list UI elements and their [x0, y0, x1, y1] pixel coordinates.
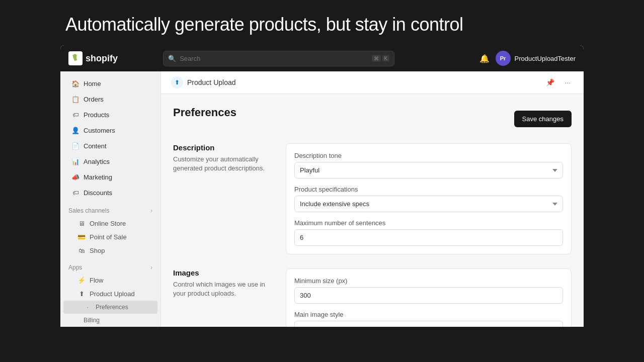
image-style-label: Main image style: [294, 311, 563, 318]
app-header: ⬆ Product Upload 📌 ···: [161, 71, 584, 94]
topbar-right: 🔔 Pr ProductUploadTester: [479, 51, 576, 66]
avatar: Pr: [496, 51, 511, 66]
specs-label: Product specifications: [294, 186, 563, 193]
sidebar-item-point-of-sale-label: Point of Sale: [90, 233, 127, 241]
description-section-left: Description Customize your automatically…: [173, 143, 274, 254]
description-label: Description: [173, 143, 274, 152]
customers-icon: 👤: [71, 126, 79, 134]
images-section-left: Images Control which images we use in yo…: [173, 268, 274, 327]
user-menu-button[interactable]: Pr ProductUploadTester: [496, 51, 576, 66]
sidebar-item-flow-label: Flow: [90, 277, 103, 284]
page-header-row: Preferences Save changes: [173, 106, 572, 131]
description-section-right: Description tone Playful Professional Fr…: [286, 143, 572, 254]
sidebar-item-shop-label: Shop: [90, 247, 105, 254]
images-section-right: Minimum size (px) Main image style Listi…: [286, 268, 572, 327]
sidebar-item-analytics-label: Analytics: [84, 158, 110, 165]
min-size-label: Minimum size (px): [294, 277, 563, 285]
min-size-input[interactable]: [294, 287, 563, 304]
marketing-icon: 📣: [71, 173, 79, 181]
sidebar-item-content[interactable]: 📄 Content: [63, 138, 157, 153]
sidebar-wrapper: 🏠 Home 📋 Orders 🏷 Products 👤 Customers: [60, 75, 160, 323]
page-content: Preferences Save changes Description Cus…: [161, 94, 584, 327]
analytics-icon: 📊: [71, 157, 79, 165]
shopify-logo-text: shopify: [86, 53, 118, 64]
shopify-logo[interactable]: shopify: [68, 51, 118, 65]
search-icon: 🔍: [168, 55, 176, 62]
sidebar-item-analytics[interactable]: 📊 Analytics: [63, 154, 157, 169]
sidebar-item-billing[interactable]: Billing: [63, 314, 157, 326]
sidebar-item-product-upload[interactable]: ⬆ Product Upload: [63, 287, 157, 300]
tone-label: Description tone: [294, 152, 563, 159]
more-button[interactable]: ···: [561, 76, 574, 88]
description-section: Description Customize your automatically…: [173, 143, 572, 254]
username-label: ProductUploadTester: [515, 55, 576, 62]
sidebar-item-point-of-sale[interactable]: 💳 Point of Sale: [63, 230, 157, 243]
app-title-row: ⬆ Product Upload: [171, 76, 236, 88]
sales-channels-label: Sales channels: [68, 207, 109, 214]
sidebar-item-discounts-label: Discounts: [84, 189, 112, 197]
preferences-dot-icon: ·: [84, 303, 92, 311]
hero-headline: Automatically generate products, but sta…: [0, 0, 644, 45]
image-style-select[interactable]: Listing default Square crop Original: [294, 321, 563, 327]
min-size-field-group: Minimum size (px): [294, 277, 563, 304]
sidebar-item-billing-label: Billing: [84, 317, 100, 324]
sentences-field-group: Maximum number of sentences: [294, 219, 563, 246]
sidebar-item-online-store[interactable]: 🖥 Online Store: [63, 217, 157, 230]
app-title: Product Upload: [187, 78, 236, 86]
apps-chevron-icon: ›: [150, 264, 152, 271]
tone-field-group: Description tone Playful Professional Fr…: [294, 152, 563, 178]
main-layout: 🏠 Home 📋 Orders 🏷 Products 👤 Customers: [60, 71, 584, 327]
app-icon: ⬆: [171, 76, 183, 88]
sidebar-nav: 🏠 Home 📋 Orders 🏷 Products 👤 Customers: [60, 75, 160, 327]
page-title: Preferences: [173, 106, 236, 119]
apps-header[interactable]: Apps ›: [60, 260, 160, 273]
pos-icon: 💳: [77, 233, 86, 241]
image-style-field-group: Main image style Listing default Square …: [294, 311, 563, 327]
sidebar-item-flow[interactable]: ⚡ Flow: [63, 274, 157, 287]
tone-select[interactable]: Playful Professional Friendly Formal: [294, 162, 563, 178]
sidebar-item-products[interactable]: 🏷 Products: [63, 107, 157, 122]
sidebar-item-discounts[interactable]: 🏷 Discounts: [63, 185, 157, 200]
sidebar-item-home[interactable]: 🏠 Home: [63, 76, 157, 91]
sidebar-item-customers-label: Customers: [84, 127, 115, 134]
notifications-button[interactable]: 🔔: [479, 54, 490, 63]
sales-channels-header[interactable]: Sales channels ›: [60, 203, 160, 216]
description-text: Customize your automatically generated p…: [173, 155, 274, 173]
specs-select[interactable]: Include extensive specs Include minimal …: [294, 196, 563, 212]
sidebar-item-marketing-label: Marketing: [84, 173, 112, 181]
app-header-actions: 📌 ···: [543, 76, 574, 88]
save-changes-button[interactable]: Save changes: [514, 111, 572, 127]
images-section: Images Control which images we use in yo…: [173, 268, 572, 327]
sales-channels-chevron-icon: ›: [150, 207, 152, 214]
search-shortcut: ⌘ K: [372, 55, 390, 62]
content-icon: 📄: [71, 142, 79, 150]
sidebar-item-preferences-label: Preferences: [96, 304, 128, 311]
topbar: shopify 🔍 ⌘ K 🔔 Pr ProductUploadTester: [60, 45, 584, 71]
sentences-label: Maximum number of sentences: [294, 219, 563, 227]
discounts-icon: 🏷: [71, 189, 79, 197]
flow-icon: ⚡: [77, 276, 86, 284]
cmd-key: ⌘: [372, 55, 381, 62]
k-key: K: [382, 55, 390, 62]
sidebar-item-orders-label: Orders: [84, 96, 104, 103]
images-label: Images: [173, 268, 274, 277]
sidebar-item-orders[interactable]: 📋 Orders: [63, 92, 157, 107]
sidebar-item-customers[interactable]: 👤 Customers: [63, 123, 157, 138]
sidebar-item-online-store-label: Online Store: [90, 220, 126, 227]
sidebar: 🏠 Home 📋 Orders 🏷 Products 👤 Customers: [60, 71, 161, 327]
product-upload-icon: ⬆: [77, 290, 86, 298]
search-input[interactable]: [163, 51, 394, 66]
search-bar-container: 🔍 ⌘ K: [163, 51, 394, 66]
sidebar-item-products-label: Products: [84, 111, 109, 119]
home-icon: 🏠: [71, 79, 79, 87]
specs-field-group: Product specifications Include extensive…: [294, 186, 563, 212]
sidebar-item-preferences[interactable]: · Preferences: [63, 301, 157, 314]
sidebar-item-shop[interactable]: 🛍 Shop: [63, 244, 157, 257]
orders-icon: 📋: [71, 95, 79, 103]
sidebar-item-marketing[interactable]: 📣 Marketing: [63, 169, 157, 185]
sentences-input[interactable]: [294, 229, 563, 246]
pin-button[interactable]: 📌: [543, 76, 557, 88]
shopify-shell: shopify 🔍 ⌘ K 🔔 Pr ProductUploadTester: [60, 45, 584, 327]
products-icon: 🏷: [71, 111, 79, 119]
apps-label: Apps: [68, 264, 82, 271]
